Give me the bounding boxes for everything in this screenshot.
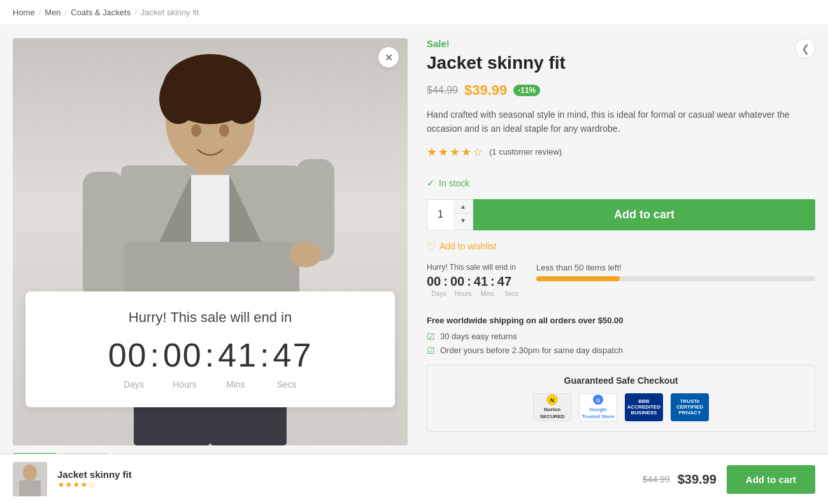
mini-hours: 00 (450, 274, 464, 289)
dispatch-check-icon: ☑ (427, 346, 435, 356)
divider-1 (427, 168, 815, 169)
stock-row: ✓ In stock (427, 178, 815, 189)
quantity-up-button[interactable]: ▲ (453, 200, 473, 214)
dispatch-row: ☑ Order yours before 2.30pm for same day… (427, 346, 815, 356)
countdown-mins: 41 (218, 336, 257, 374)
checkout-block: Guaranteed Safe Checkout N NortonSECURED (427, 365, 815, 432)
dispatch-label: Order yours before 2.30pm for same day d… (440, 346, 623, 355)
countdown-sep2: : (205, 336, 215, 374)
sep2: / (65, 8, 68, 17)
original-price: $44.99 (427, 85, 458, 96)
mini-label-mins: Mins (475, 290, 499, 297)
rating-row: ★★★★☆ (1 customer review) (427, 145, 815, 159)
product-details: ❮ Sale! Jacket skinny fit $44.99 $39.99 … (427, 38, 815, 504)
close-icon: ✕ (385, 52, 393, 64)
quantity-control: 1 ▲ ▼ (427, 199, 473, 230)
google-icon: G GoogleTrusted Store (579, 393, 617, 421)
mini-label-days: Days (427, 290, 451, 297)
svg-point-15 (191, 124, 201, 137)
quantity-display: 1 (427, 199, 453, 230)
countdown-secs: 47 (273, 336, 313, 374)
trust-badges: N NortonSECURED G GoogleTrus (438, 393, 804, 421)
truste-badge: TRUSTeCERTIFIEDPRIVACY (671, 393, 709, 421)
bbb-icon: BBBACCREDITEDBUSINESS (625, 393, 663, 421)
svg-rect-10 (83, 172, 124, 299)
mini-label-secs: Secs (499, 290, 524, 297)
svg-point-3 (159, 73, 197, 124)
svg-text:N: N (550, 397, 555, 403)
mini-sep3: : (490, 274, 495, 289)
bbb-badge: BBBACCREDITEDBUSINESS (625, 393, 663, 421)
mini-labels: Days Hours Mins Secs (427, 290, 524, 297)
sale-countdown-row: Hurry! This sale will end in 00 : 00 : 4… (427, 263, 815, 297)
product-description: Hand crafted with seasonal style in mind… (427, 108, 815, 136)
label-hours: Hours (159, 379, 210, 389)
svg-point-12 (290, 242, 322, 267)
back-icon: ❮ (801, 43, 810, 55)
mini-timer: 00 : 00 : 41 : 47 (427, 274, 524, 289)
shipping-text: Free worldwide shipping on all orders ov… (427, 316, 815, 325)
mini-sep2: : (467, 274, 471, 289)
sticky-add-to-cart-button[interactable]: Add to cart (727, 465, 815, 494)
quantity-down-button[interactable]: ▼ (453, 214, 473, 227)
product-title: Jacket skinny fit (427, 53, 815, 73)
price-row: $44.99 $39.99 -11% (427, 82, 815, 99)
sticky-thumbnail (13, 462, 47, 496)
back-button[interactable]: ❮ (795, 38, 815, 59)
mini-days: 00 (427, 274, 441, 289)
sep3: / (134, 8, 137, 17)
progress-bar-bg (536, 276, 815, 281)
label-mins: Mins (210, 379, 261, 389)
progress-bar-fill (536, 276, 620, 281)
close-button[interactable]: ✕ (378, 47, 399, 67)
quantity-arrows: ▲ ▼ (453, 199, 473, 230)
mini-mins: 41 (474, 274, 488, 289)
returns-check-icon: ☑ (427, 332, 435, 342)
sticky-original-price: $44.99 (643, 474, 670, 484)
wishlist-label: Add to wishlist (439, 241, 496, 251)
breadcrumb-current: Jacket skinny fit (141, 8, 199, 17)
wishlist-row[interactable]: ♡ Add to wishlist (427, 241, 815, 253)
mini-sep1: : (443, 274, 448, 289)
heart-icon: ♡ (427, 241, 436, 253)
returns-row: ☑ 30 days easy returns (427, 332, 815, 342)
review-count: (1 customer review) (489, 147, 562, 157)
sticky-prices: $44.99 $39.99 (643, 472, 717, 487)
sticky-bar: Jacket skinny fit ★★★★☆ $44.99 $39.99 Ad… (0, 454, 828, 504)
label-secs: Secs (261, 379, 312, 389)
countdown-labels: Days Hours Mins Secs (46, 379, 375, 389)
countdown-overlay: Hurry! This sale will end in 00 : 00 : 4… (25, 291, 395, 407)
breadcrumb-home[interactable]: Home (13, 8, 35, 17)
countdown-sep3: : (260, 336, 270, 374)
sale-badge: Sale! (427, 38, 815, 49)
sale-price: $39.99 (464, 82, 507, 99)
sale-end-block: Hurry! This sale will end in 00 : 00 : 4… (427, 263, 524, 297)
stock-label: In stock (439, 178, 469, 188)
countdown-days: 00 (108, 336, 148, 374)
discount-badge: -11% (513, 85, 540, 96)
svg-rect-29 (19, 480, 41, 496)
breadcrumb: Home / Men / Coats & Jackets / Jacket sk… (0, 0, 828, 25)
breadcrumb-category[interactable]: Coats & Jackets (71, 8, 131, 17)
divider-2 (427, 306, 815, 307)
product-image-section: ✕ Hurry! This sale will end in 00 : 00 :… (13, 38, 408, 504)
stars: ★★★★☆ (427, 145, 484, 159)
google-badge: G GoogleTrusted Store (579, 393, 617, 421)
countdown-hours: 00 (163, 336, 203, 374)
sticky-title: Jacket skinny fit (57, 469, 632, 480)
breadcrumb-men[interactable]: Men (45, 8, 61, 17)
norton-icon: N NortonSECURED (533, 393, 571, 421)
svg-point-4 (223, 73, 261, 124)
sale-end-label: Hurry! This sale will end in (427, 263, 524, 272)
svg-point-16 (219, 124, 229, 137)
add-to-cart-button[interactable]: Add to cart (473, 199, 815, 230)
svg-point-28 (23, 465, 37, 481)
checkout-title: Guaranteed Safe Checkout (438, 375, 804, 386)
sep1: / (39, 8, 41, 17)
returns-label: 30 days easy returns (440, 332, 517, 341)
mini-label-hours: Hours (451, 290, 475, 297)
svg-rect-6 (191, 175, 229, 251)
countdown-timer: 00 : 00 : 41 : 47 (46, 336, 375, 374)
cart-row: 1 ▲ ▼ Add to cart (427, 199, 815, 230)
sticky-sale-price: $39.99 (678, 472, 717, 487)
